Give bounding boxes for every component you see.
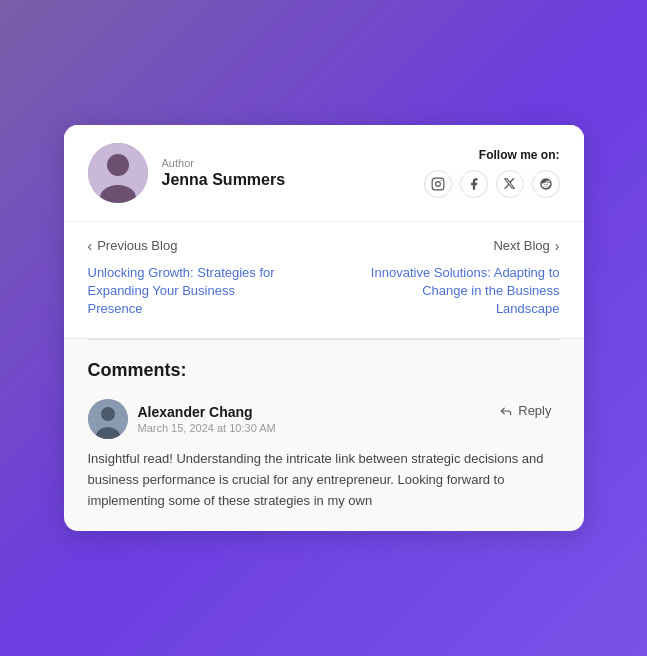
main-card: Author Jenna Summers Follow me on: bbox=[64, 125, 584, 532]
next-label: Next Blog bbox=[493, 238, 549, 253]
comment-user: Alexander Chang March 15, 2024 at 10:30 … bbox=[88, 399, 276, 439]
author-left: Author Jenna Summers bbox=[88, 143, 286, 203]
svg-point-1 bbox=[107, 154, 129, 176]
commenter-name: Alexander Chang bbox=[138, 404, 276, 420]
right-arrow-icon: › bbox=[555, 238, 560, 254]
comment-item: Alexander Chang March 15, 2024 at 10:30 … bbox=[88, 399, 560, 511]
svg-point-4 bbox=[435, 181, 440, 186]
twitter-x-icon[interactable] bbox=[496, 170, 524, 198]
blog-navigation: ‹ Previous Blog Next Blog › Unlocking Gr… bbox=[64, 222, 584, 340]
comment-date: March 15, 2024 at 10:30 AM bbox=[138, 422, 276, 434]
social-icons bbox=[424, 170, 560, 198]
comments-title: Comments: bbox=[88, 360, 560, 381]
svg-rect-3 bbox=[432, 178, 444, 190]
reply-button[interactable]: Reply bbox=[491, 399, 559, 422]
author-name: Jenna Summers bbox=[162, 171, 286, 189]
comment-avatar bbox=[88, 399, 128, 439]
reddit-icon[interactable] bbox=[532, 170, 560, 198]
svg-point-8 bbox=[546, 184, 547, 185]
author-info: Author Jenna Summers bbox=[162, 157, 286, 189]
reply-label: Reply bbox=[518, 403, 551, 418]
follow-section: Follow me on: bbox=[424, 148, 560, 198]
comment-text: Insightful read! Understanding the intri… bbox=[88, 449, 560, 511]
next-blog-title[interactable]: Innovative Solutions: Adapting to Change… bbox=[360, 264, 560, 319]
blog-titles-row: Unlocking Growth: Strategies for Expandi… bbox=[88, 264, 560, 319]
instagram-icon[interactable] bbox=[424, 170, 452, 198]
left-arrow-icon: ‹ bbox=[88, 238, 93, 254]
comments-section: Comments: Alexander Chang March 15, 2024… bbox=[64, 340, 584, 531]
next-blog-nav[interactable]: Next Blog › bbox=[493, 238, 559, 254]
nav-links-row: ‹ Previous Blog Next Blog › bbox=[88, 238, 560, 254]
prev-blog-title[interactable]: Unlocking Growth: Strategies for Expandi… bbox=[88, 264, 288, 319]
author-avatar bbox=[88, 143, 148, 203]
svg-point-7 bbox=[544, 184, 545, 185]
comment-user-details: Alexander Chang March 15, 2024 at 10:30 … bbox=[138, 404, 276, 434]
prev-label: Previous Blog bbox=[97, 238, 177, 253]
comment-header: Alexander Chang March 15, 2024 at 10:30 … bbox=[88, 399, 560, 439]
previous-blog-nav[interactable]: ‹ Previous Blog bbox=[88, 238, 178, 254]
reply-icon bbox=[499, 404, 513, 418]
author-section: Author Jenna Summers Follow me on: bbox=[64, 125, 584, 222]
svg-point-5 bbox=[440, 180, 441, 181]
svg-point-10 bbox=[101, 407, 115, 421]
follow-label: Follow me on: bbox=[424, 148, 560, 162]
facebook-icon[interactable] bbox=[460, 170, 488, 198]
author-label: Author bbox=[162, 157, 286, 169]
